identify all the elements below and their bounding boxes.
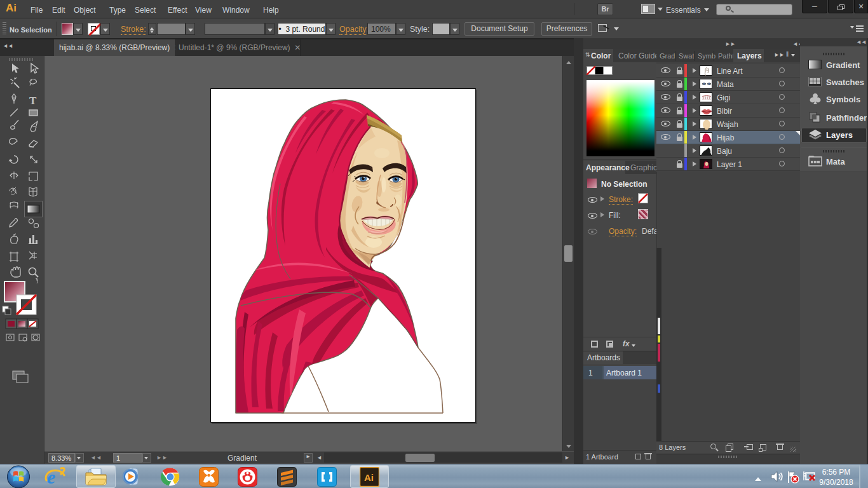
svg-text:T: T — [29, 95, 37, 107]
svg-text:Ai: Ai — [364, 472, 374, 483]
